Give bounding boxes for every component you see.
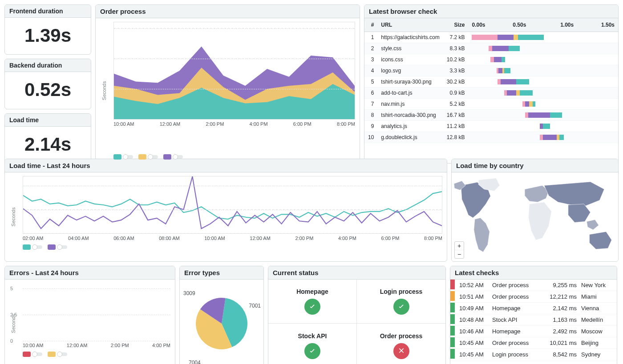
panel-title: Order process xyxy=(96,5,360,18)
status-indicator xyxy=(450,337,455,347)
col-timeline: 0.00s0.50s1.00s1.50s xyxy=(468,18,618,32)
legend-toggle[interactable] xyxy=(113,154,133,160)
pie-label: 7001 xyxy=(249,303,261,309)
stats-column: Frontend duration 1.39sBackend duration … xyxy=(4,4,91,164)
check-row[interactable]: 10:46 AM Homepage 2,492 ms Moscow xyxy=(450,326,617,337)
table-row[interactable]: 3icons.css10.2 kB xyxy=(364,54,618,65)
pie-label: 7004 xyxy=(189,360,201,364)
status-cell: Order process xyxy=(357,324,445,364)
load-by-country-panel: Load time by country + − xyxy=(451,159,619,262)
status-cell: Homepage xyxy=(268,280,357,324)
status-indicator xyxy=(450,349,455,359)
check-name: Order process xyxy=(492,340,540,346)
check-location: Miami xyxy=(581,293,614,300)
check-time: 10:46 AM xyxy=(459,328,488,335)
latest-checks-list: 10:52 AM Order process 9,255 ms New York… xyxy=(450,280,617,364)
legend-toggle[interactable] xyxy=(163,154,183,160)
zoom-in-button[interactable]: + xyxy=(455,242,464,250)
check-name: Homepage xyxy=(492,305,540,312)
stat-panel: Backend duration 0.52s xyxy=(4,59,91,109)
table-row[interactable]: 1https://galacticshirts.com7.2 kB xyxy=(364,32,618,43)
status-indicator xyxy=(450,303,455,312)
check-location: Moscow xyxy=(581,328,614,335)
stat-value: 2.14s xyxy=(9,134,86,155)
check-location: Vienna xyxy=(581,305,614,312)
table-row[interactable]: 2style.css8.3 kB xyxy=(364,43,618,54)
table-row[interactable]: 5tshirt-suraya-300.png30.2 kB xyxy=(364,76,618,88)
check-name: Stock API xyxy=(492,316,540,323)
status-name: Stock API xyxy=(298,332,327,340)
table-row[interactable]: 9analytics.js11.2 kB xyxy=(364,121,618,132)
latest-checks-panel: Latest checks 10:52 AM Order process 9,2… xyxy=(450,266,617,364)
check-row[interactable]: 10:45 AM Login process 8,542 ms Sydney xyxy=(450,349,617,360)
check-duration: 1,163 ms xyxy=(545,316,577,323)
stat-value: 0.52s xyxy=(9,79,86,100)
col-size: Size xyxy=(443,18,469,32)
legend-toggle[interactable] xyxy=(23,352,42,357)
legend-toggle[interactable] xyxy=(138,154,158,160)
status-indicator xyxy=(450,314,455,324)
check-time: 10:45 AM xyxy=(459,351,488,358)
status-cell: Stock API xyxy=(268,324,357,364)
check-duration: 9,255 ms xyxy=(545,282,577,288)
check-circle-icon xyxy=(393,299,409,315)
check-row[interactable]: 10:45 AM Order process 10,021 ms Beijing xyxy=(450,337,617,349)
check-location: Medellín xyxy=(581,316,614,323)
check-location: Sydney xyxy=(581,351,614,358)
check-duration: 10,021 ms xyxy=(545,340,577,346)
chart-legend xyxy=(23,241,442,250)
chart-legend xyxy=(113,151,355,160)
check-time: 10:45 AM xyxy=(459,340,488,346)
stat-panel: Load time 2.14s xyxy=(4,113,91,164)
stat-label: Load time xyxy=(5,114,91,127)
status-grid: Homepage Login process Stock API Order p… xyxy=(268,280,445,364)
status-name: Order process xyxy=(380,332,423,340)
check-name: Order process xyxy=(492,282,540,288)
check-name: Homepage xyxy=(492,328,540,335)
panel-title: Latest browser check xyxy=(364,5,618,18)
stat-label: Frontend duration xyxy=(5,5,91,18)
check-row[interactable]: 10:48 AM Stock API 1,163 ms Medellín xyxy=(450,314,617,326)
stat-value: 1.39s xyxy=(9,25,86,46)
check-name: Order process xyxy=(492,293,540,300)
table-row[interactable]: 8tshirt-norcadia-300.png16.7 kB xyxy=(364,110,618,121)
browser-check-panel: Latest browser check # URL Size 0.00s0.5… xyxy=(364,4,619,164)
check-circle-icon xyxy=(304,343,320,359)
error-types-pie: 3009 7001 7004 xyxy=(180,280,263,364)
world-map[interactable]: + − xyxy=(452,172,618,261)
check-duration: 8,542 ms xyxy=(545,351,577,358)
legend-toggle[interactable] xyxy=(48,244,67,250)
table-row[interactable]: 6add-to-cart.js0.9 kB xyxy=(364,88,618,99)
order-process-chart: 051015 xyxy=(113,22,355,120)
x-circle-icon xyxy=(393,343,409,359)
error-types-panel: Error types 3009 7001 7004 xyxy=(179,266,264,364)
load-24h-panel: Load time - Last 24 hours Seconds 02.55 … xyxy=(4,159,447,262)
zoom-out-button[interactable]: − xyxy=(455,250,464,258)
order-process-panel: Order process Seconds 051015 10:00 AM12:… xyxy=(95,4,360,164)
stat-panel: Frontend duration 1.39s xyxy=(4,4,91,55)
status-cell: Login process xyxy=(357,280,445,324)
pie-label: 3009 xyxy=(183,290,195,296)
table-row[interactable]: 7nav.min.js5.2 kB xyxy=(364,99,618,110)
table-row[interactable]: 10g.doubleclick.js12.8 kB xyxy=(364,132,618,143)
check-duration: 2,142 ms xyxy=(545,305,577,312)
table-row[interactable]: 4logo.svg3.3 kB xyxy=(364,65,618,76)
check-row[interactable]: 10:49 AM Homepage 2,142 ms Vienna xyxy=(450,303,617,314)
check-duration: 12,212 ms xyxy=(545,293,577,300)
status-indicator xyxy=(450,291,455,301)
errors-bar-chart: 02.55 xyxy=(23,283,170,341)
map-zoom-controls[interactable]: + − xyxy=(454,241,464,259)
check-row[interactable]: 10:52 AM Order process 9,255 ms New York xyxy=(450,280,617,291)
panel-title: Errors - Last 24 hours xyxy=(5,266,175,280)
check-row[interactable]: 10:51 AM Order process 12,212 ms Miami xyxy=(450,291,617,303)
x-axis-ticks: 02:00 AM04:00 AM06:00 AM08:00 AM10:00 AM… xyxy=(23,234,442,241)
status-indicator xyxy=(450,326,455,336)
browser-check-table: # URL Size 0.00s0.50s1.00s1.50s 1https:/… xyxy=(364,18,618,143)
legend-toggle[interactable] xyxy=(23,244,42,250)
current-status-panel: Current status Homepage Login process St… xyxy=(268,266,446,364)
legend-toggle[interactable] xyxy=(48,352,67,357)
errors-24h-panel: Errors - Last 24 hours Seconds 02.55 10:… xyxy=(4,266,175,364)
status-name: Homepage xyxy=(296,288,328,295)
check-time: 10:48 AM xyxy=(459,316,488,323)
panel-title: Current status xyxy=(268,266,445,280)
